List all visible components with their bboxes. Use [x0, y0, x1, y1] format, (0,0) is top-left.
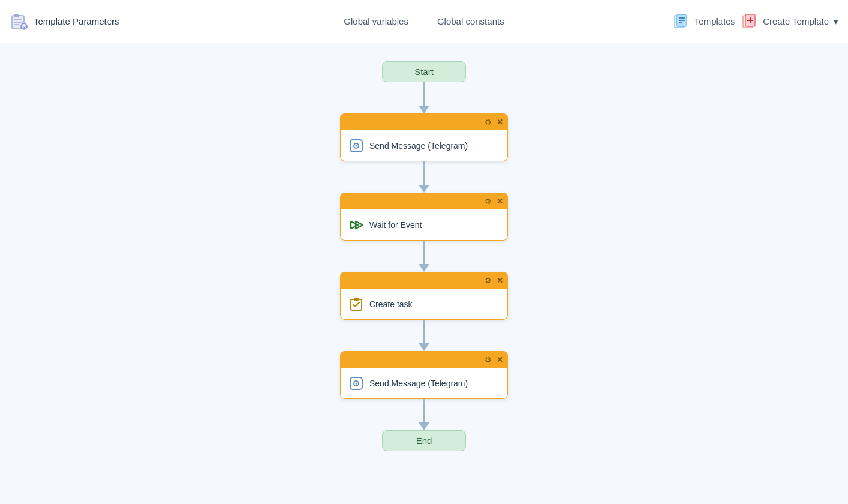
node-close-icon-1[interactable]: ✕ — [497, 118, 503, 126]
svg-text:⚙: ⚙ — [22, 25, 26, 29]
start-node[interactable]: Start — [382, 61, 466, 82]
node-body-4: Send Message (Telegram) — [340, 368, 508, 399]
template-params-icon: ⚙ — [10, 12, 29, 31]
node-gear-icon-1[interactable]: ⚙ — [485, 118, 492, 126]
clipboard-icon — [349, 297, 363, 311]
node-header-4: ⚙ ✕ — [340, 351, 508, 368]
template-params-label[interactable]: Template Parameters — [34, 16, 120, 26]
flow-canvas: Start ⚙ ✕ Send Message (Telegr — [0, 43, 848, 504]
node-body-2: Wait for Event — [340, 209, 508, 241]
node-create-task[interactable]: ⚙ ✕ Create task — [340, 272, 508, 320]
node-label-3: Create task — [369, 299, 413, 309]
toolbar-center: Global variables Global constants — [286, 14, 562, 29]
toolbar: ⚙ Template Parameters Global variables G… — [0, 0, 848, 43]
flow-diagram: Start ⚙ ✕ Send Message (Telegr — [340, 61, 508, 451]
global-variables-nav[interactable]: Global variables — [344, 14, 408, 29]
node-gear-icon-2[interactable]: ⚙ — [485, 197, 492, 205]
create-template-button[interactable]: Create Template ▾ — [742, 14, 838, 29]
node-gear-icon-3[interactable]: ⚙ — [485, 277, 492, 284]
node-label-4: Send Message (Telegram) — [369, 379, 468, 388]
svg-point-18 — [356, 145, 357, 146]
global-constants-nav[interactable]: Global constants — [437, 14, 504, 29]
node-body-1: Send Message (Telegram) — [340, 130, 508, 161]
telegram-icon-1 — [349, 139, 363, 153]
connector-2 — [419, 161, 429, 193]
create-template-label: Create Template — [763, 16, 829, 26]
node-gear-icon-4[interactable]: ⚙ — [485, 356, 492, 364]
connector-5 — [419, 399, 429, 430]
node-close-icon-3[interactable]: ✕ — [497, 277, 503, 284]
connector-4 — [419, 320, 429, 351]
node-wait-for-event[interactable]: ⚙ ✕ Wait for Event — [340, 193, 508, 241]
node-header-2: ⚙ ✕ — [340, 193, 508, 209]
svg-point-25 — [356, 382, 357, 384]
event-icon — [349, 218, 363, 232]
create-template-dropdown-arrow: ▾ — [834, 16, 838, 27]
connector-1 — [419, 82, 429, 113]
templates-icon — [674, 14, 689, 29]
node-label-1: Send Message (Telegram) — [369, 141, 468, 151]
node-send-message-2[interactable]: ⚙ ✕ Send Message (Telegram) — [340, 351, 508, 399]
svg-rect-1 — [14, 14, 19, 17]
node-header-1: ⚙ ✕ — [340, 113, 508, 130]
node-send-message-1[interactable]: ⚙ ✕ Send Message (Telegram) — [340, 113, 508, 161]
node-close-icon-2[interactable]: ✕ — [497, 197, 503, 205]
node-header-3: ⚙ ✕ — [340, 272, 508, 289]
connector-3 — [419, 241, 429, 272]
node-body-3: Create task — [340, 289, 508, 320]
telegram-icon-2 — [349, 376, 363, 391]
templates-label: Templates — [694, 16, 735, 26]
end-node[interactable]: End — [382, 430, 466, 451]
templates-button[interactable]: Templates — [674, 14, 735, 29]
node-label-2: Wait for Event — [369, 220, 422, 230]
svg-rect-22 — [354, 298, 359, 301]
node-close-icon-4[interactable]: ✕ — [497, 356, 503, 364]
create-template-icon — [742, 14, 758, 29]
toolbar-left: ⚙ Template Parameters — [10, 12, 286, 31]
toolbar-right: Templates Create Template ▾ — [562, 14, 838, 29]
